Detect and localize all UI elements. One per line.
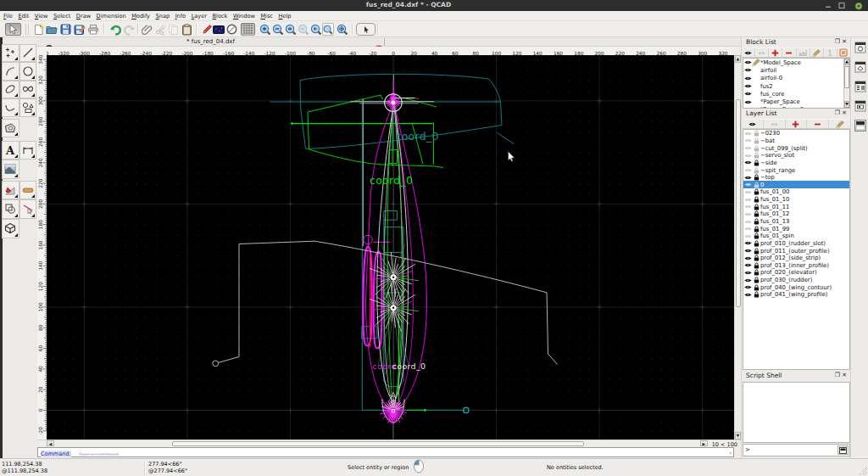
block-plus-button[interactable] [769, 48, 782, 57]
command-line-panel-toggle[interactable] [854, 117, 867, 133]
scroll-up-arrow[interactable]: ▲ [735, 55, 741, 63]
layer-row[interactable]: fus_01_13 [743, 218, 849, 226]
layer-list-float-icon[interactable]: ❐ [835, 109, 842, 116]
menu-select[interactable]: Select [53, 13, 70, 20]
zoom-previous-button[interactable] [309, 23, 322, 36]
scroll-up-arrow[interactable]: ▲ [844, 59, 849, 65]
zoom-pan-button[interactable] [336, 23, 348, 36]
layer-row[interactable]: ~servo_slot [743, 152, 849, 160]
script-shell-input[interactable]: > [743, 444, 850, 456]
redo-button[interactable] [124, 23, 136, 36]
eye-icon[interactable] [743, 248, 752, 254]
arc-tools[interactable] [2, 62, 19, 81]
eye-icon[interactable] [743, 197, 752, 203]
point-tools[interactable] [2, 44, 19, 63]
eye-icon[interactable] [743, 76, 752, 81]
scroll-left-arrow[interactable]: ◀ [47, 440, 54, 446]
lock-icon[interactable] [752, 130, 760, 137]
block-list-panel-toggle[interactable] [854, 98, 867, 114]
layer-row[interactable]: fus_01_99 [743, 225, 849, 232]
zoom-out-button[interactable] [271, 23, 284, 36]
eye-icon[interactable] [743, 233, 752, 239]
grid-toggle-button[interactable] [241, 23, 255, 36]
menu-view[interactable]: View [35, 13, 48, 20]
eye-icon[interactable] [743, 189, 752, 195]
eye-icon[interactable] [743, 255, 752, 261]
block-orange-box-button[interactable] [837, 48, 851, 57]
zoom-auto-button[interactable] [284, 23, 297, 36]
layer-row[interactable]: fus_01_spin [743, 232, 849, 240]
menu-modify[interactable]: Modify [131, 13, 150, 20]
menu-window[interactable]: Window [233, 13, 255, 20]
lock-icon[interactable] [752, 137, 760, 144]
undo-button[interactable] [108, 23, 121, 36]
open-file-button[interactable] [45, 23, 58, 36]
drawing-canvas[interactable]: coord_0coord_0coordcoord_0 [47, 55, 734, 440]
copy-button[interactable] [167, 23, 180, 36]
horizontal-scrollbar[interactable]: ◀ ▶ 10 < 100 [37, 440, 741, 446]
lock-icon[interactable] [752, 210, 760, 217]
circle-tools[interactable] [19, 62, 37, 81]
lock-icon[interactable] [752, 145, 760, 152]
shape-tools[interactable] [19, 98, 37, 117]
vertical-scrollbar[interactable]: ▲ ▼ [734, 55, 741, 440]
selection-tool-button[interactable] [5, 23, 21, 36]
block-minus-button[interactable] [782, 48, 796, 57]
lock-icon[interactable] [752, 188, 760, 195]
eye-icon[interactable] [743, 137, 752, 143]
eye-icon[interactable] [743, 59, 752, 65]
scroll-thumb[interactable] [844, 66, 849, 88]
eye-icon[interactable] [743, 91, 752, 97]
layer-eye-on-button[interactable] [742, 120, 764, 128]
menu-block[interactable]: Block [213, 13, 228, 20]
ellipse-tools[interactable] [2, 81, 19, 99]
eye-icon[interactable] [743, 182, 752, 188]
save-button[interactable] [59, 23, 72, 36]
divide-tools[interactable] [19, 199, 37, 219]
command-line-input[interactable]: Command: Type a command › [37, 447, 734, 457]
layer-row[interactable]: fus_01_12 [743, 210, 849, 218]
layer-row[interactable]: ~side [743, 160, 849, 167]
lock-icon[interactable] [752, 218, 760, 225]
eye-icon[interactable] [743, 99, 752, 105]
zoom-window-button[interactable] [322, 23, 334, 36]
block-one-button[interactable]: 1 [824, 48, 837, 57]
line-tools[interactable] [19, 44, 37, 63]
lock-icon[interactable] [752, 174, 760, 181]
lock-icon[interactable] [752, 291, 760, 298]
tab-title[interactable]: * fus_red_04.dxf [37, 38, 384, 45]
block-list-float-icon[interactable]: ❐ [835, 38, 842, 45]
layer-plus-button[interactable] [786, 120, 808, 128]
layer-row[interactable]: fus_01_00 [743, 188, 849, 196]
no-fill-button[interactable] [225, 23, 238, 36]
spline-tools[interactable] [19, 81, 37, 99]
menu-layer[interactable]: Layer [192, 13, 207, 20]
block-rename-button[interactable]: ab [797, 48, 810, 57]
layer-row[interactable]: ~spit_range [743, 166, 849, 174]
layer-row[interactable]: prof_020_(elevator) [743, 269, 849, 277]
block-row[interactable]: *Model_Space [743, 59, 849, 66]
eye-icon[interactable] [743, 270, 752, 276]
layer-row[interactable]: 0 [743, 181, 849, 188]
new-file-button[interactable] [32, 23, 45, 36]
eye-icon[interactable] [743, 83, 752, 89]
scroll-right-arrow[interactable]: ▶ [700, 440, 708, 446]
eye-icon[interactable] [743, 211, 752, 217]
eye-icon[interactable] [743, 204, 752, 210]
lock-icon[interactable] [752, 284, 760, 291]
menu-info[interactable]: Info [175, 13, 186, 20]
lock-icon[interactable] [752, 255, 760, 261]
polyline-tools[interactable] [2, 98, 19, 117]
menu-draw[interactable]: Draw [76, 13, 91, 20]
lock-icon[interactable] [752, 277, 760, 283]
lock-icon[interactable] [752, 262, 760, 269]
attach-button[interactable] [141, 23, 153, 36]
eye-icon[interactable] [743, 175, 752, 181]
eye-icon[interactable] [743, 167, 752, 173]
lock-icon[interactable] [752, 240, 760, 247]
cut-button[interactable] [154, 23, 167, 36]
layer-row[interactable]: ~top [743, 174, 849, 182]
layer-row[interactable]: prof_011_(outer_profile) [743, 247, 849, 255]
lock-icon[interactable] [752, 269, 760, 276]
eye-icon[interactable] [743, 292, 752, 298]
